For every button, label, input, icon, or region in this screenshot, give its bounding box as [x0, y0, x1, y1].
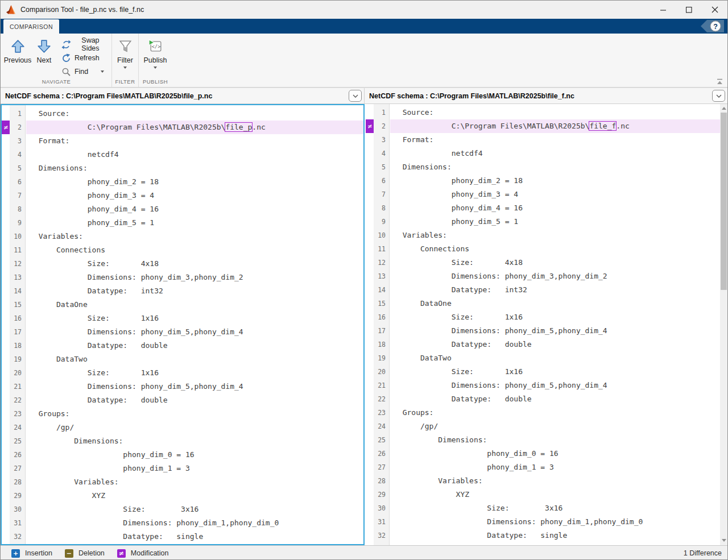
- filter-funnel-icon: [118, 39, 133, 54]
- diff-marker-empty: [366, 488, 374, 501]
- line-number: 29: [10, 489, 26, 503]
- previous-button[interactable]: Previous: [3, 38, 32, 65]
- next-button[interactable]: Next: [32, 38, 56, 65]
- code-line: 15 DataOne: [2, 298, 363, 312]
- code-line: 7 phony_dim_3 = 4: [2, 189, 363, 202]
- line-text: Variables:: [26, 475, 363, 489]
- tab-comparison[interactable]: COMPARISON: [3, 19, 59, 34]
- line-text: Dimensions:: [26, 434, 363, 448]
- line-number: 29: [374, 488, 390, 501]
- line-number: 4: [10, 148, 26, 161]
- code-line: 25 Dimensions:: [366, 433, 720, 447]
- line-number: 16: [10, 312, 26, 325]
- matlab-logo-icon: [6, 5, 16, 15]
- code-line: 29 XYZ: [2, 489, 363, 503]
- code-lines: 1 Source:≠2 C:\Program Files\MATLAB\R202…: [2, 105, 363, 544]
- line-number: 15: [374, 297, 390, 310]
- vertical-scrollbar[interactable]: [720, 104, 727, 545]
- line-number: 30: [374, 501, 390, 515]
- maximize-button[interactable]: [676, 1, 702, 19]
- right-pane: 1 Source:≠2 C:\Program Files\MATLAB\R202…: [366, 104, 727, 545]
- code-line: 9 phony_dim_5 = 1: [366, 215, 720, 229]
- swap-sides-button[interactable]: Swap Sides: [58, 38, 110, 51]
- publish-group: </> Publish PUBLISH: [140, 34, 170, 87]
- diff-marker-empty: [2, 503, 10, 516]
- scrollbar-down-arrow[interactable]: [720, 537, 727, 544]
- publish-icon: </>: [148, 39, 163, 54]
- line-number: 23: [374, 406, 390, 420]
- triangle-up-icon: [722, 107, 726, 110]
- diff-marker-empty: [2, 462, 10, 475]
- diff-marker-empty: [366, 406, 374, 420]
- diff-marker-empty: [366, 529, 374, 542]
- publish-dropdown-caret-icon: [154, 67, 157, 69]
- code-line: 12 Size: 4x18: [2, 257, 363, 271]
- line-number: 1: [10, 107, 26, 121]
- line-number: 32: [374, 529, 390, 542]
- right-pane-menu-button[interactable]: [712, 90, 725, 102]
- find-button[interactable]: Find: [58, 65, 110, 78]
- line-number: 3: [10, 134, 26, 148]
- publish-group-label: PUBLISH: [140, 78, 170, 87]
- line-text: Dimensions:: [26, 161, 363, 175]
- diff-marker-empty: [366, 201, 374, 215]
- code-line: 7 phony_dim_3 = 4: [366, 188, 720, 201]
- code-line-modified[interactable]: ≠2 C:\Program Files\MATLAB\R2025b\file_f…: [366, 119, 720, 133]
- line-number: 14: [10, 284, 26, 298]
- line-text: Size: 3x16: [26, 503, 363, 516]
- chevron-down-icon: [716, 94, 722, 98]
- line-text: Size: 1x16: [26, 312, 363, 325]
- scrollbar-up-arrow[interactable]: [720, 105, 727, 112]
- diff-marker-empty: [366, 147, 374, 160]
- filter-group-label: FILTER: [114, 78, 136, 87]
- navigate-group: Previous Next: [3, 34, 110, 87]
- line-text: Dimensions: phony_dim_3,phony_dim_2: [390, 269, 720, 283]
- line-text: Variables:: [390, 474, 720, 488]
- refresh-icon: [61, 53, 71, 63]
- line-number: 4: [374, 147, 390, 160]
- line-number: 7: [374, 188, 390, 201]
- modification-marker-icon: ≠: [2, 121, 10, 134]
- diff-marker-empty: [2, 312, 10, 325]
- scrollbar-thumb[interactable]: [721, 113, 727, 290]
- window-title: Comparison Tool - file_p.nc vs. file_f.n…: [20, 6, 144, 14]
- code-line: 23 Groups:: [366, 406, 720, 420]
- filter-button[interactable]: Filter: [114, 38, 136, 69]
- refresh-button[interactable]: Refresh: [58, 51, 110, 65]
- line-number: 21: [10, 380, 26, 393]
- code-line: 1 Source:: [2, 107, 363, 121]
- diff-marker-empty: [366, 310, 374, 324]
- code-line: 6 phony_dim_2 = 18: [366, 174, 720, 188]
- line-text: Size: 1x16: [390, 310, 720, 324]
- code-line: 16 Size: 1x16: [2, 312, 363, 325]
- code-line-modified[interactable]: ≠2 C:\Program Files\MATLAB\R2025b\file_p…: [2, 121, 363, 134]
- diff-marker-empty: [366, 133, 374, 147]
- code-line: 13 Dimensions: phony_dim_3,phony_dim_2: [366, 269, 720, 283]
- code-line: 22 Datatype: double: [366, 392, 720, 406]
- minimize-button[interactable]: [651, 1, 676, 19]
- legend-insertion: + Insertion: [11, 549, 52, 558]
- close-button[interactable]: [702, 1, 727, 19]
- modification-icon: ≠: [117, 549, 126, 558]
- code-line: 28 Variables:: [2, 475, 363, 489]
- code-line: 32 Datatype: single: [2, 530, 363, 544]
- difference-count: 1 Difference: [684, 549, 722, 557]
- diff-marker-empty: [366, 447, 374, 461]
- diff-marker-empty: [2, 380, 10, 393]
- collapse-ribbon-button[interactable]: [715, 78, 723, 85]
- line-number: 14: [374, 283, 390, 297]
- line-number: 6: [374, 174, 390, 188]
- left-pane-menu-button[interactable]: [349, 90, 362, 102]
- line-text: Variables:: [390, 229, 720, 242]
- code-line: 25 Dimensions:: [2, 434, 363, 448]
- diff-marker-empty: [2, 325, 10, 339]
- line-number: 25: [374, 433, 390, 447]
- publish-button[interactable]: </> Publish: [140, 38, 170, 69]
- code-line: 21 Dimensions: phony_dim_5,phony_dim_4: [366, 379, 720, 392]
- line-text: phony_dim_0 = 16: [26, 448, 363, 462]
- left-pane-title: NetCDF schema : C:\Program Files\MATLAB\…: [5, 92, 212, 100]
- code-line: 9 phony_dim_5 = 1: [2, 216, 363, 230]
- status-bar: + Insertion − Deletion ≠ Modification 1 …: [1, 545, 727, 560]
- help-button[interactable]: ?: [700, 20, 724, 32]
- line-text: DataOne: [26, 298, 363, 312]
